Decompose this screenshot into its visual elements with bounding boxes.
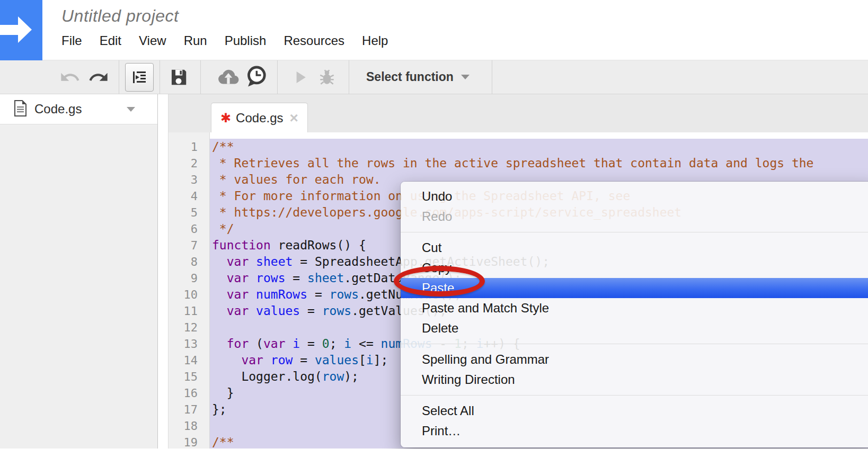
context-menu: UndoRedoCutCopyPastePaste and Match Styl… xyxy=(401,182,868,447)
menubar-item-help[interactable]: Help xyxy=(362,33,388,48)
indent-toggle-button[interactable] xyxy=(125,63,154,92)
line-number: 13 xyxy=(169,336,209,352)
chevron-down-icon xyxy=(461,75,470,79)
unsaved-indicator-icon: ✱ xyxy=(220,111,231,125)
save-icon[interactable] xyxy=(169,67,189,87)
tab-code-gs[interactable]: ✱ Code.gs × xyxy=(211,103,308,132)
line-number: 15 xyxy=(169,369,209,385)
context-menu-item-redo: Redo xyxy=(401,206,868,227)
context-menu-separator xyxy=(401,344,868,344)
select-function-dropdown[interactable]: Select function xyxy=(366,70,470,84)
undo-icon[interactable] xyxy=(59,67,81,88)
line-number: 9 xyxy=(169,270,209,286)
menubar-item-view[interactable]: View xyxy=(139,33,166,48)
context-menu-item-select-all[interactable]: Select All xyxy=(401,401,868,421)
files-sidebar: Code.gs xyxy=(0,94,158,448)
context-menu-item-print[interactable]: Print… xyxy=(401,421,868,441)
tab-strip: ✱ Code.gs × xyxy=(169,94,868,132)
run-icon[interactable] xyxy=(293,69,308,86)
context-menu-separator xyxy=(401,232,868,232)
sidebar-resize-gutter[interactable] xyxy=(158,94,168,448)
line-number: 19 xyxy=(169,434,209,448)
toolbar: Select function xyxy=(0,60,868,94)
line-number: 3 xyxy=(169,172,209,188)
apps-script-editor-window: Untitled project FileEditViewRunPublishR… xyxy=(0,0,868,449)
line-number: 14 xyxy=(169,352,209,369)
code-line-1[interactable]: /** xyxy=(212,139,868,155)
file-icon xyxy=(14,100,27,119)
debug-icon[interactable] xyxy=(318,68,336,87)
tab-label: Code.gs xyxy=(236,111,283,125)
context-menu-item-spelling-and-grammar[interactable]: Spelling and Grammar xyxy=(401,349,868,370)
line-number: 18 xyxy=(169,418,209,434)
tab-close-icon[interactable]: × xyxy=(290,111,298,125)
line-number-gutter: 1234567891011121314151617181920 xyxy=(169,132,210,448)
menubar-item-publish[interactable]: Publish xyxy=(225,33,267,48)
context-menu-item-delete[interactable]: Delete xyxy=(401,318,868,338)
line-number: 16 xyxy=(169,385,209,401)
context-menu-item-cut[interactable]: Cut xyxy=(401,238,868,258)
line-number: 6 xyxy=(169,221,209,237)
context-menu-item-undo[interactable]: Undo xyxy=(401,186,868,206)
project-title[interactable]: Untitled project xyxy=(61,6,405,26)
context-menu-separator xyxy=(401,395,868,396)
line-number: 11 xyxy=(169,303,209,319)
menubar-item-resources[interactable]: Resources xyxy=(284,33,344,48)
line-number: 4 xyxy=(169,188,209,204)
line-number: 17 xyxy=(169,401,209,418)
history-icon[interactable] xyxy=(244,65,268,89)
context-menu-item-paste[interactable]: Paste xyxy=(401,278,868,298)
select-function-label: Select function xyxy=(366,70,454,84)
sidebar-empty-area xyxy=(0,124,157,448)
menubar-item-run[interactable]: Run xyxy=(184,33,207,48)
logo-arrow-icon xyxy=(0,25,18,35)
line-number: 10 xyxy=(169,286,209,303)
file-menu-caret-icon[interactable] xyxy=(127,107,135,112)
sidebar-item-code-gs[interactable]: Code.gs xyxy=(0,94,157,124)
line-number: 7 xyxy=(169,237,209,254)
line-number: 1 xyxy=(169,139,209,155)
menubar-item-file[interactable]: File xyxy=(61,33,82,48)
menubar: FileEditViewRunPublishResourcesHelp xyxy=(61,33,405,48)
line-number: 5 xyxy=(169,204,209,221)
menubar-item-edit[interactable]: Edit xyxy=(100,33,121,48)
context-menu-item-writing-direction[interactable]: Writing Direction xyxy=(401,370,868,390)
line-number: 8 xyxy=(169,254,209,270)
line-number: 12 xyxy=(169,319,209,336)
file-name-label: Code.gs xyxy=(34,102,127,116)
context-menu-item-copy[interactable]: Copy xyxy=(401,258,868,278)
apps-script-logo xyxy=(0,0,42,60)
context-menu-item-paste-and-match-style[interactable]: Paste and Match Style xyxy=(401,298,868,318)
code-line-2[interactable]: * Retrieves all the rows in the active s… xyxy=(212,155,868,172)
line-number: 2 xyxy=(169,155,209,172)
redo-icon[interactable] xyxy=(88,67,109,88)
cloud-upload-icon[interactable] xyxy=(217,67,240,88)
app-header: Untitled project FileEditViewRunPublishR… xyxy=(0,0,868,60)
